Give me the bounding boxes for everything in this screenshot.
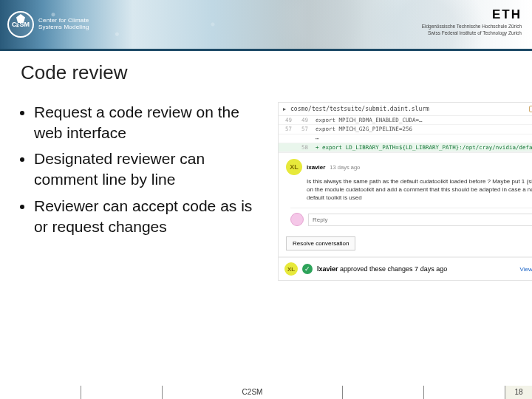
diff-hunk-sep: ⋯ [279,134,532,143]
footer-seg [424,386,505,399]
diff-row-insert: 58 + export LD_LIBRARY_PATH=${LD_LIBRARY… [279,143,532,152]
avatar-mini [290,213,304,226]
logo-abbrev: C₂SM [12,21,30,28]
summary-text: approved these changes 7 days ago [340,265,447,273]
resolve-button[interactable]: Resolve conversation [286,236,355,250]
eth-big: ETH [422,7,522,22]
footer-seg [343,386,424,399]
eth-subtitle-2: Swiss Federal Institute of Technology Zu… [422,30,522,35]
footer-seg [81,386,163,399]
comment-time: 13 days ago [330,164,360,171]
slide-title: Code review [21,61,511,84]
c2sm-logo: C₂SM Center for Climate Systems Modeling [7,11,89,38]
review-summary: XL ✓ lxavier approved these changes 7 da… [279,256,532,280]
file-header: ▸ cosmo/test/testsuite/submit.daint.slur… [279,103,532,116]
code-review-figure: ▸ cosmo/test/testsuite/submit.daint.slur… [278,102,532,281]
check-icon: ✓ [302,264,313,274]
bullet-item: Request a code review on the web interfa… [34,102,265,143]
header-banner: C₂SM Center for Climate Systems Modeling… [0,0,532,49]
eth-subtitle-1: Eidgenössische Technische Hochschule Zür… [422,24,522,29]
bullet-item: Designated reviewer can comment line by … [34,149,265,189]
comment-text: Is this always the same path as the defa… [307,178,532,202]
summary-author: lxavier [317,265,338,273]
reply-input[interactable] [308,214,532,226]
comment-block: XL lxavier 13 days ago ⚑ Is this always … [279,152,532,231]
footer: C2SM 18 [0,386,532,399]
chevron-right-icon: ▸ [283,106,286,112]
diff-row: 57 57 export MPICH_G2G_PIPELINE=256 [279,125,532,134]
footer-seg [0,386,81,399]
outdated-badge: Outdated [529,106,532,112]
logo-text: Center for Climate Systems Modeling [38,18,89,31]
footer-center: C2SM [163,386,343,399]
eth-logo: ETH Eidgenössische Technische Hochschule… [422,7,522,36]
comment-author: lxavier [307,164,325,171]
diff-row: 49 49 export MPICH_RDMA_ENABLED_CUDA=… [279,116,532,125]
view-changes-link[interactable]: View changes [519,266,532,273]
avatar: XL [284,262,298,276]
avatar: XL [286,159,302,175]
reply-row [290,208,532,226]
bullet-item: Reviewer can accept code as is or reques… [34,196,265,236]
bullet-list: Request a code review on the web interfa… [21,102,265,281]
file-path: cosmo/test/testsuite/submit.daint.slurm [290,106,429,112]
page-number: 18 [505,386,532,399]
logo-mark: C₂SM [7,11,34,38]
